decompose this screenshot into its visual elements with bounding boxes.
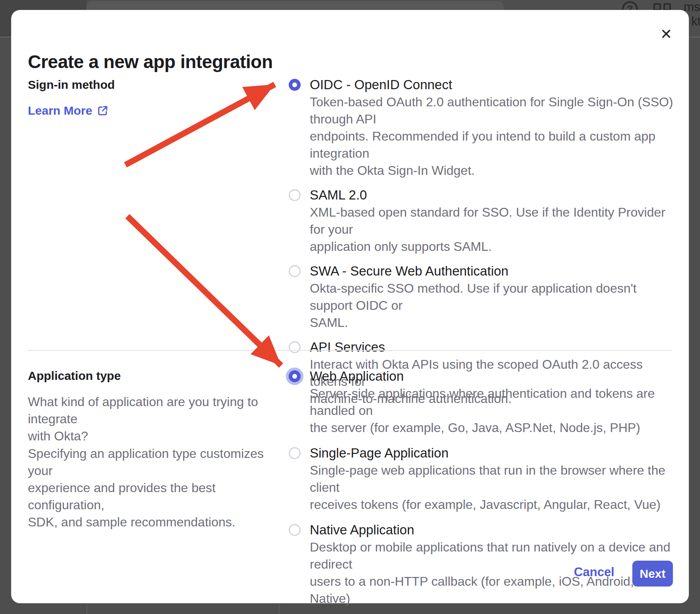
radio-label[interactable]: Native Application xyxy=(310,521,677,539)
dialog-title: Create a new app integration xyxy=(28,51,273,72)
radio-row-oidc: OIDC - OpenID Connect Token-based OAuth … xyxy=(289,76,677,179)
radio-description: Server-side applications where authentic… xyxy=(310,385,677,436)
radio-description: Single-page web applications that run in… xyxy=(310,462,677,513)
background-partial-text: kta xyxy=(691,14,700,29)
signin-method-options: OIDC - OpenID Connect Token-based OAuth … xyxy=(289,76,677,407)
radio-row-native-application: Native Application Desktop or mobile app… xyxy=(289,521,677,607)
radio-label[interactable]: SWA - Secure Web Authentication xyxy=(310,262,677,280)
radio-row-swa: SWA - Secure Web Authentication Okta-spe… xyxy=(289,262,677,331)
radio-description: Okta-specific SSO method. Use if your ap… xyxy=(310,280,677,331)
radio-api-services[interactable] xyxy=(289,341,301,353)
section-divider xyxy=(28,350,672,351)
radio-label[interactable]: Single-Page Application xyxy=(310,444,677,462)
radio-label[interactable]: OIDC - OpenID Connect xyxy=(310,76,677,94)
radio-saml[interactable] xyxy=(289,189,301,201)
background-page-seam xyxy=(86,603,87,614)
radio-oidc[interactable] xyxy=(289,79,301,91)
radio-single-page-application[interactable] xyxy=(289,447,301,459)
background-page-seam xyxy=(279,603,280,614)
next-button[interactable]: Next xyxy=(632,561,673,587)
learn-more-label: Learn More xyxy=(28,104,92,117)
radio-row-web-application: Web Application Server-side applications… xyxy=(289,368,677,436)
radio-web-application[interactable] xyxy=(289,370,301,382)
radio-native-application[interactable] xyxy=(289,524,301,536)
radio-description: Token-based OAuth 2.0 authentication for… xyxy=(310,94,677,179)
learn-more-link[interactable]: Learn More xyxy=(28,104,108,117)
radio-label[interactable]: API Services xyxy=(310,338,677,356)
create-app-integration-dialog: ✕ Create a new app integration Sign-in m… xyxy=(11,10,689,603)
cancel-button[interactable]: Cancel xyxy=(574,565,614,579)
radio-row-single-page-application: Single-Page Application Single-page web … xyxy=(289,444,677,513)
radio-label[interactable]: SAML 2.0 xyxy=(310,186,677,204)
application-type-note: Specifying an application type customize… xyxy=(28,445,283,531)
radio-description: Desktop or mobile applications that run … xyxy=(310,539,677,607)
application-type-question: What kind of application are you trying … xyxy=(28,393,283,445)
radio-label[interactable]: Web Application xyxy=(310,368,677,385)
application-type-heading: Application type xyxy=(28,369,121,383)
application-type-options: Web Application Server-side applications… xyxy=(289,368,677,607)
screen: ? msh kta ✕ Create a new app integration… xyxy=(0,0,700,614)
signin-method-heading: Sign-in method xyxy=(28,78,115,92)
radio-swa[interactable] xyxy=(289,265,301,277)
radio-description: XML-based open standard for SSO. Use if … xyxy=(310,204,677,255)
close-icon[interactable]: ✕ xyxy=(658,26,675,43)
external-link-icon xyxy=(97,105,108,116)
radio-row-saml: SAML 2.0 XML-based open standard for SSO… xyxy=(289,186,677,255)
